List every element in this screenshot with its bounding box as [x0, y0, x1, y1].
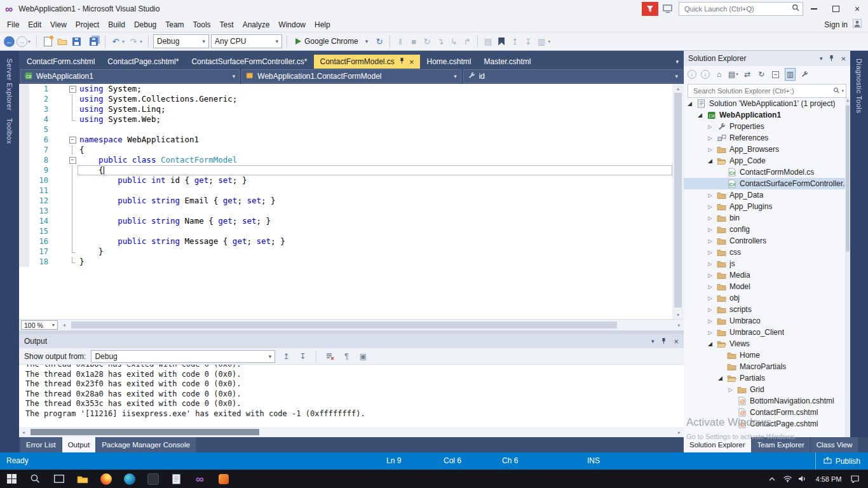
menu-build[interactable]: Build	[104, 18, 130, 31]
window-position-icon[interactable]: ▾	[820, 55, 823, 62]
code-line[interactable]: 9 {	[19, 165, 672, 175]
document-tab-home-cshtml[interactable]: Home.cshtml	[420, 55, 477, 69]
code-line[interactable]: 14 public string Name { get; set; }	[19, 216, 672, 226]
pin-tab-icon[interactable]	[399, 57, 405, 66]
breakpoint-margin[interactable]	[19, 247, 29, 257]
tree-item-app-browsers[interactable]: ▷App_Browsers	[684, 144, 845, 155]
step-into-icon[interactable]: ↴	[435, 35, 446, 48]
navigate-forward-icon[interactable]: →	[17, 36, 27, 47]
code-line[interactable]: 13	[19, 206, 672, 216]
code-line[interactable]: 10 public int id { get; set; }	[19, 175, 672, 186]
collapse-icon[interactable]: −	[69, 86, 76, 93]
scrollbar-thumb[interactable]	[71, 322, 617, 329]
expander-icon[interactable]: ▷	[707, 124, 714, 130]
scroll-up-icon[interactable]: ▴	[672, 84, 684, 93]
menu-help[interactable]: Help	[310, 18, 335, 31]
close-button[interactable]: ×	[846, 0, 868, 18]
panel-tab-class-view[interactable]: Class View	[811, 437, 858, 452]
zoom-level-dropdown[interactable]: 100 %▾	[21, 320, 58, 330]
menu-edit[interactable]: Edit	[24, 18, 46, 31]
document-tab-contactpage-cshtml[interactable]: ContactPage.cshtml*	[101, 55, 185, 69]
breakpoint-margin[interactable]	[19, 84, 29, 94]
breakpoint-margin[interactable]	[19, 226, 29, 236]
action-center-icon[interactable]	[847, 470, 862, 488]
expander-icon[interactable]: ▷	[707, 273, 714, 278]
menu-test[interactable]: Test	[215, 18, 238, 31]
type-dropdown[interactable]: WebApplication1.ContactFormModel ▾	[241, 69, 461, 83]
menu-analyze[interactable]: Analyze	[238, 18, 275, 31]
tree-item-media[interactable]: ▷Media	[684, 269, 845, 281]
fold-margin[interactable]	[67, 257, 78, 267]
menu-project[interactable]: Project	[71, 18, 104, 31]
navigate-backward-icon[interactable]: ←	[4, 36, 15, 47]
close-tab-icon[interactable]: ×	[409, 58, 414, 66]
breakpoint-margin[interactable]	[19, 186, 29, 196]
search-icon[interactable]	[792, 3, 800, 15]
breakpoint-margin[interactable]	[19, 114, 29, 125]
code-line[interactable]: 4using System.Web;	[19, 114, 672, 125]
taskbar-browser-button[interactable]	[118, 470, 141, 488]
expander-icon[interactable]: ▷	[707, 295, 714, 301]
expander-icon[interactable]: ▷	[707, 147, 714, 152]
expander-icon[interactable]: ▷	[707, 284, 714, 290]
scroll-left-icon[interactable]: ◂	[19, 427, 28, 437]
tool-window-tab-diagnostic-tools[interactable]: Diagnostic Tools	[855, 58, 863, 113]
fold-margin[interactable]	[67, 226, 78, 236]
taskbar-firefox-button[interactable]	[94, 470, 118, 488]
quick-launch-input[interactable]	[683, 4, 792, 13]
break-all-icon[interactable]: ‖	[395, 35, 406, 48]
undo-icon[interactable]: ↶	[110, 35, 121, 48]
panel-tab-output[interactable]: Output	[62, 437, 96, 452]
panel-tab-solution-explorer[interactable]: Solution Explorer	[684, 437, 751, 452]
undo-dropdown-icon[interactable]: ▾	[121, 35, 126, 48]
properties-icon[interactable]	[800, 69, 810, 80]
expander-icon[interactable]: ▷	[707, 135, 714, 141]
tab-list-dropdown-icon[interactable]: ▾	[675, 58, 679, 65]
tree-item-contactformmodel-cs[interactable]: C#ContactFormModel.cs	[684, 166, 845, 178]
breakpoint-margin[interactable]	[19, 165, 29, 175]
filter-extension-icon[interactable]	[642, 2, 658, 16]
fold-margin[interactable]	[67, 196, 78, 206]
code-line[interactable]: 12 public string Email { get; set; }	[19, 196, 672, 206]
code-line[interactable]: 8− public class ContactFormModel	[19, 155, 672, 165]
taskbar-image-app-button[interactable]	[212, 470, 235, 488]
tree-item-config[interactable]: ▷config	[684, 224, 845, 235]
menu-tools[interactable]: Tools	[189, 18, 215, 31]
pin-icon[interactable]	[661, 337, 667, 346]
document-tab-contactsurfaceformcontroller-cs[interactable]: ContactSurfaceFormController.cs*	[185, 55, 313, 69]
tree-item-js[interactable]: ▷js	[684, 258, 845, 269]
pin-icon[interactable]	[829, 55, 834, 63]
scrollbar-thumb[interactable]	[846, 105, 850, 252]
bookmark-icon[interactable]	[498, 37, 505, 46]
tree-item-contactpage-cshtml[interactable]: @ContactPage.cshtml	[684, 418, 845, 430]
volume-icon[interactable]	[795, 470, 810, 488]
collapse-icon[interactable]: −	[69, 137, 76, 144]
code-line[interactable]: 17 }	[19, 247, 672, 257]
collapse-all-icon[interactable]	[771, 69, 780, 80]
open-file-icon[interactable]	[57, 35, 68, 48]
member-dropdown[interactable]: id ▾	[463, 69, 682, 83]
taskbar-task-view-button[interactable]	[47, 470, 71, 488]
tree-item-references[interactable]: ▷References	[684, 132, 845, 144]
tree-item-solution-webapplication1-1-project[interactable]: ◢Solution 'WebApplication1' (1 project)	[684, 98, 845, 109]
fold-margin[interactable]: −	[67, 135, 78, 145]
tree-item-umbraco[interactable]: ▷Umbraco	[684, 315, 845, 327]
code-line[interactable]: 2using System.Collections.Generic;	[19, 94, 672, 104]
fold-margin[interactable]	[67, 165, 78, 175]
fold-margin[interactable]	[67, 186, 78, 196]
switch-views-icon[interactable]: ▤▾	[728, 69, 738, 80]
menu-file[interactable]: File	[3, 18, 24, 31]
expander-icon[interactable]: ▷	[707, 193, 714, 198]
back-icon[interactable]: ‹	[688, 70, 696, 79]
publish-button[interactable]: Publish	[815, 452, 860, 470]
scrollbar-thumb[interactable]	[674, 93, 682, 308]
code-line[interactable]: 16 public string Message { get; set; }	[19, 236, 672, 247]
expander-icon[interactable]: ▷	[707, 307, 714, 313]
step-over-icon[interactable]: ↳	[448, 35, 459, 48]
tree-item-webapplication1[interactable]: ◢C#WebApplication1	[684, 109, 845, 121]
maximize-button[interactable]	[825, 0, 846, 18]
expander-icon[interactable]: ▷	[707, 204, 714, 210]
sign-in-link[interactable]: Sign in	[824, 20, 848, 29]
tree-item-bin[interactable]: ▷bin	[684, 212, 845, 224]
tree-item-properties[interactable]: ▷Properties	[684, 121, 845, 132]
